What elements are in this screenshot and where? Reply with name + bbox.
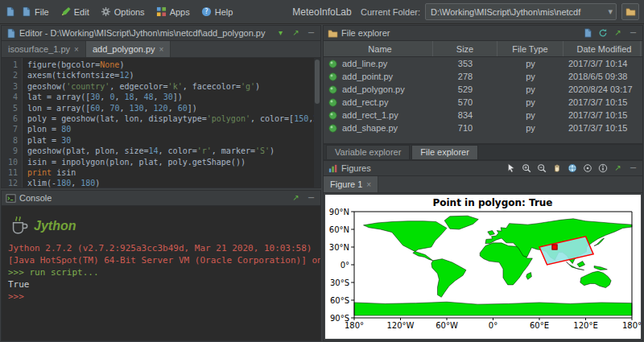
file-date-cell: 2020/8/24 03:17 [564, 84, 641, 94]
menu-options[interactable]: Options [95, 4, 151, 19]
minimize-icon[interactable]: ─ [628, 28, 638, 39]
browse-folder-button[interactable] [621, 3, 639, 20]
float-icon[interactable]: ↗ [613, 28, 623, 39]
table-row[interactable]: add_shape.py710py2017/3/7 10:15 [324, 122, 642, 134]
figures-title: Figures [341, 163, 371, 173]
map-plot-area[interactable]: 180°120°W60°W0°60°E120°E180°90°N60°N30°N… [354, 212, 632, 318]
menu-help[interactable]: ?Help [196, 4, 239, 19]
file-type-cell: py [497, 110, 564, 120]
py-file-icon [328, 110, 338, 121]
land-shape [354, 302, 632, 315]
code-line: xlim(-180, 180) [27, 178, 314, 187]
menu-apps[interactable]: Apps [151, 4, 196, 19]
float-icon[interactable]: ↗ [613, 163, 623, 174]
tab-isosurface_1-py[interactable]: isosurface_1.py× [2, 41, 86, 57]
code-line: figure(bgcolor=None) [27, 60, 314, 70]
line-number-gutter: 123456789101112 [2, 58, 23, 187]
refresh-icon[interactable] [597, 28, 608, 39]
identify-tool-icon[interactable] [597, 163, 608, 174]
console-output[interactable]: Jython Jython 2.7.2 (v2.7.2:925a3cc3b49d… [2, 206, 320, 340]
full-extent-tool-icon[interactable] [582, 163, 592, 174]
file-explorer-panel: File explorer ↗ ─ NameSizeFile TypeDate … [323, 25, 643, 144]
column-header-size[interactable]: Size [433, 41, 497, 56]
table-row[interactable]: add_line.py353py2017/3/7 10:14 [324, 57, 642, 70]
menu-edit[interactable]: Edit [55, 4, 95, 19]
land-shape [488, 230, 495, 235]
world-map [354, 212, 632, 318]
file-type-cell: py [497, 72, 564, 81]
tab-file-explorer[interactable]: File explorer [411, 145, 478, 159]
console-title: Console [19, 193, 52, 203]
chevron-down-icon[interactable]: ▾ [606, 6, 614, 17]
file-date-cell: 2017/3/7 10:14 [564, 59, 641, 68]
column-header-name[interactable]: Name [324, 41, 433, 56]
file-size-cell: 570 [433, 97, 497, 107]
globe-tool-icon[interactable] [567, 163, 577, 174]
menu-file[interactable]: File [15, 4, 55, 19]
minimize-icon[interactable]: ─ [306, 193, 316, 204]
current-folder-combo[interactable]: D:\Working\MIScript\Jython\mis\netcdf ▾ [425, 3, 617, 20]
code-line: print isin [27, 167, 314, 178]
editor-icon [6, 28, 16, 39]
tab-Figure-1[interactable]: Figure 1× [324, 176, 378, 192]
explorer-tab-bar: Variable explorerFile explorer [323, 144, 643, 160]
x-axis-tick-label: 120°W [387, 321, 415, 330]
console-panel: Console ↗ ─ Jython Jython 2.7.2 (v2.7.2:… [1, 190, 321, 341]
close-icon[interactable]: × [366, 180, 371, 189]
x-axis-tick-label: 0° [489, 321, 497, 330]
line-number: 11 [2, 167, 18, 178]
float-icon[interactable]: ↗ [291, 28, 301, 39]
editor-title: Editor - D:\Working\MIScript\Jython\mis\… [19, 28, 266, 38]
code-line: geoshow('country', edgecolor='k', faceco… [27, 81, 314, 92]
table-row[interactable]: add_rect_1.py834py2017/3/7 10:15 [324, 109, 642, 122]
minimize-icon[interactable]: ─ [306, 28, 316, 39]
file-date-cell: 2017/3/7 10:15 [564, 97, 641, 107]
panel-menu-icon[interactable]: ▾ [275, 28, 286, 39]
line-number: 3 [2, 81, 18, 92]
land-shape [364, 221, 448, 261]
code-area[interactable]: figure(bgcolor=None)axesm(tickfontsize=1… [23, 58, 314, 187]
code-line: lat = array([30, 0, 18, 48, 30]) [27, 92, 314, 102]
table-row[interactable]: add_polygon.py529py2020/8/24 03:17 [324, 83, 642, 96]
py-file-icon [328, 59, 338, 69]
file-size-cell: 353 [433, 59, 497, 68]
tab-variable-explorer[interactable]: Variable explorer [326, 145, 410, 159]
current-folder-value: D:\Working\MIScript\Jython\mis\netcdf [431, 7, 606, 17]
code-editor[interactable]: 123456789101112 figure(bgcolor=None)axes… [2, 58, 320, 187]
close-icon[interactable]: × [74, 45, 79, 54]
py-file-icon [328, 123, 338, 134]
float-icon[interactable]: ↗ [291, 193, 301, 204]
pan-tool-icon[interactable] [551, 163, 562, 174]
column-header-file-type[interactable]: File Type [497, 41, 564, 56]
app-icon [5, 6, 15, 17]
console-line: True [8, 278, 314, 290]
folder-icon [625, 6, 636, 17]
file-name-cell: add_point.py [324, 72, 433, 82]
file-table: NameSizeFile TypeDate Modified add_line.… [324, 41, 642, 143]
editor-panel-header: Editor - D:\Working\MIScript\Jython\mis\… [2, 26, 320, 41]
menu-label: Edit [74, 7, 89, 17]
menu-label: Help [215, 7, 233, 17]
editor-scrollbar[interactable] [314, 58, 320, 187]
tab-add_polygon-py[interactable]: add_polygon.py× [86, 41, 171, 57]
minimize-icon[interactable]: ─ [628, 163, 638, 174]
select-tool-icon[interactable] [506, 163, 516, 174]
menu-label: File [35, 7, 49, 17]
zoom-out-tool-icon[interactable] [536, 163, 547, 174]
close-icon[interactable]: × [159, 45, 164, 54]
current-folder-label: Current Folder: [361, 7, 420, 17]
land-shape [594, 266, 607, 270]
table-row[interactable]: add_rect.py570py2017/3/7 10:15 [324, 96, 642, 109]
file-menu-icon [21, 6, 31, 17]
new-file-icon[interactable] [582, 28, 592, 39]
line-number: 9 [2, 146, 18, 156]
figure-canvas[interactable]: Point in polygon: True 180°120°W60°W0°60… [325, 195, 641, 339]
column-header-date-modified[interactable]: Date Modified [564, 41, 641, 56]
current-folder-box: Current Folder: D:\Working\MIScript\Jyth… [361, 3, 639, 20]
zoom-in-tool-icon[interactable] [521, 163, 531, 174]
y-axis-tick-label: 90°S [330, 314, 349, 323]
x-axis-tick-label: 60°W [436, 321, 458, 330]
menu-label: Options [114, 7, 145, 17]
table-row[interactable]: add_point.py278py2018/6/5 09:38 [324, 70, 642, 83]
x-axis-tick-label: 120°E [573, 321, 597, 330]
